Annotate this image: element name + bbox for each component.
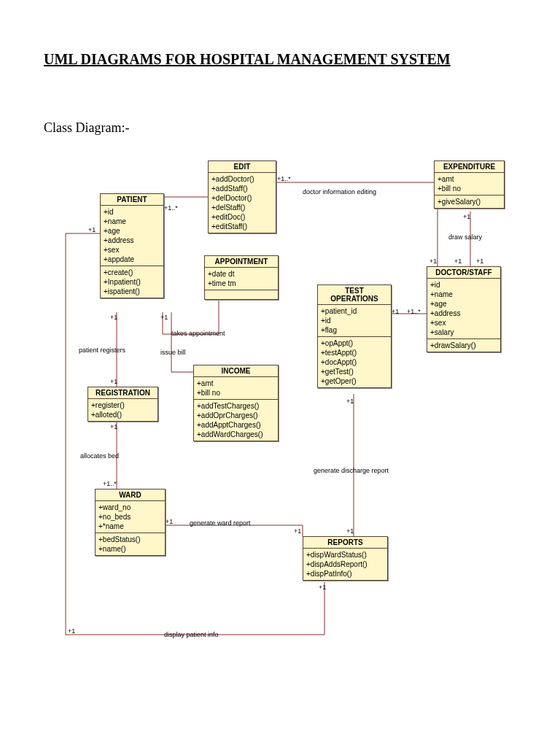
mult: +1 xyxy=(68,627,75,635)
subtitle: Class Diagram:- xyxy=(44,120,129,136)
class-ops: +drawSalary() xyxy=(427,339,500,352)
class-ops: +giveSalary() xyxy=(435,196,504,208)
mult: +1 xyxy=(346,398,354,405)
class-title: EDIT xyxy=(209,161,276,173)
mult: +1 xyxy=(429,258,437,265)
mult: +1..* xyxy=(407,308,421,315)
mult: +1 xyxy=(319,584,326,591)
class-ops: +addDoctor() +addStaff() +delDoctor() +d… xyxy=(209,173,276,233)
class-doctor-staff: DOCTOR/STAFF +id +name +age +address +se… xyxy=(427,266,501,352)
class-attrs: +date dt +time tm xyxy=(205,268,278,290)
mult: +1 xyxy=(110,423,117,430)
class-income: INCOME +amt +bill no +addTestCharges() +… xyxy=(193,365,279,441)
mult: +1..* xyxy=(103,480,117,487)
mult: +1 xyxy=(392,308,399,315)
class-title: TEST OPERATIONS xyxy=(318,285,391,305)
class-expenditure: EXPENDITURE +amt +bill no +giveSalary() xyxy=(434,160,505,209)
class-edit: EDIT +addDoctor() +addStaff() +delDoctor… xyxy=(208,160,276,233)
class-ops: +create() +Inpatient() +ispatient() xyxy=(101,266,163,298)
mult: +1 xyxy=(110,314,117,321)
class-patient: PATIENT +id +name +age +address +sex +ap… xyxy=(100,193,164,298)
class-attrs: +amt +bill no xyxy=(194,377,278,400)
mult: +1 xyxy=(476,258,483,265)
class-attrs: +id +name +age +address +sex +appdate xyxy=(101,206,163,266)
class-reports: REPORTS +dispWardStatus() +dispAddsRepor… xyxy=(303,536,388,581)
class-ward: WARD +ward_no +no_beds +*name +bedStatus… xyxy=(95,489,166,556)
class-diagram: PATIENT +id +name +age +address +sex +ap… xyxy=(40,153,521,678)
class-ops: +opAppt() +testAppt() +docAppt() +getTes… xyxy=(318,337,391,387)
mult: +1..* xyxy=(164,204,178,212)
class-registration: REGISTRATION +register() +alloted() xyxy=(88,387,158,422)
class-title: APPOINTMENT xyxy=(205,256,278,268)
class-title: PATIENT xyxy=(101,194,163,206)
class-title: REGISTRATION xyxy=(88,387,158,399)
mult: +1 xyxy=(110,378,117,385)
class-attrs: +amt +bill no xyxy=(435,173,504,196)
label-issue-bill: issue bill xyxy=(160,349,186,356)
label-doctor-info-editing: doctor information editing xyxy=(303,188,376,196)
label-draw-salary: draw salary xyxy=(448,233,482,241)
mult: +1 xyxy=(88,226,96,233)
label-allocates-bed: allocates bed xyxy=(80,452,119,460)
class-title: DOCTOR/STAFF xyxy=(427,267,500,279)
label-takes-appointment: takes appointment xyxy=(171,330,225,337)
mult: +1 xyxy=(346,527,354,535)
mult: +1 xyxy=(160,314,168,321)
mult: +1 xyxy=(166,518,173,525)
class-attrs: +id +name +age +address +sex +salary xyxy=(427,279,500,339)
mult: +1 xyxy=(463,213,470,220)
class-ops: +dispWardStatus() +dispAddsReport() +dis… xyxy=(303,549,387,580)
class-title: EXPENDITURE xyxy=(435,161,504,173)
class-title: REPORTS xyxy=(303,537,387,549)
label-generate-discharge-report: generate discharge report xyxy=(314,467,389,474)
class-ops: +register() +alloted() xyxy=(88,399,158,421)
class-ops: +bedStatus() +name() xyxy=(96,533,165,555)
class-test-operations: TEST OPERATIONS +patient_id +id +flag +o… xyxy=(317,285,392,388)
mult: +1..* xyxy=(277,175,291,182)
class-title: WARD xyxy=(96,489,165,501)
class-title: INCOME xyxy=(194,365,278,377)
label-patient-registers: patient registers xyxy=(79,347,125,354)
page-title: UML DIAGRAMS FOR HOSPITAL MANAGEMENT SYS… xyxy=(44,51,451,68)
class-appointment: APPOINTMENT +date dt +time tm xyxy=(204,255,279,300)
mult: +1 xyxy=(294,527,301,535)
class-ops xyxy=(205,290,278,299)
label-generate-ward-report: generate ward report xyxy=(190,519,251,527)
class-attrs: +ward_no +no_beds +*name xyxy=(96,501,165,533)
label-display-patient-info: display patient info xyxy=(164,631,219,638)
mult: +1 xyxy=(454,258,462,265)
class-ops: +addTestCharges() +addOprCharges() +addA… xyxy=(194,400,278,441)
class-attrs: +patient_id +id +flag xyxy=(318,305,391,337)
